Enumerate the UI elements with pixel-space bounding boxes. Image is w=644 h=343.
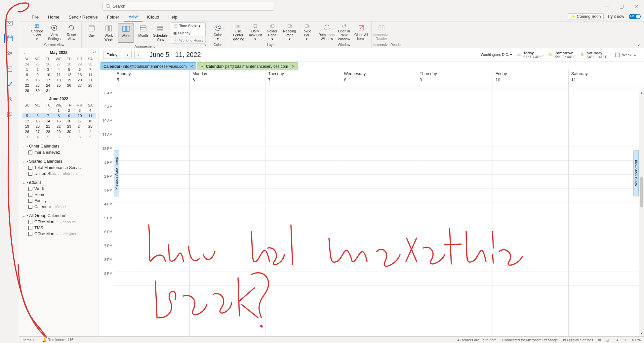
calendar-tab[interactable]: Calendar - info@totalmaintenanceservices… bbox=[101, 62, 196, 70]
nav-people[interactable] bbox=[5, 49, 14, 58]
day-header[interactable]: Wednesday8 bbox=[341, 70, 417, 84]
prev-week-button[interactable]: ‹ bbox=[124, 51, 132, 59]
next-week-button[interactable]: › bbox=[134, 51, 142, 59]
day-column[interactable] bbox=[114, 91, 189, 336]
search-box[interactable]: Search bbox=[102, 2, 274, 11]
working-hours-button[interactable]: 🕔 Working Hours bbox=[171, 37, 206, 44]
close-all-items-button[interactable]: Close All Items bbox=[353, 23, 369, 42]
reading-pane-button[interactable]: Reading Pane ▾ bbox=[282, 23, 298, 42]
cal-group-header[interactable]: ⌄Other Calendars bbox=[22, 143, 95, 150]
mini-calendar[interactable]: June 2022SUMOTUWETHFRSA12345678910111213… bbox=[19, 95, 98, 141]
day-column[interactable] bbox=[493, 91, 568, 336]
calendar-list-item[interactable]: Office Man… - accounti… bbox=[22, 219, 95, 225]
calendar-list-item[interactable]: Home bbox=[22, 192, 95, 198]
day-header[interactable]: Monday6 bbox=[189, 70, 265, 84]
cal-group-header[interactable]: ⌄Shared Calendars bbox=[22, 158, 95, 165]
overlay-button[interactable]: ▦ Overlay bbox=[171, 30, 206, 36]
reminders-window-button[interactable]: Reminders Window bbox=[319, 23, 335, 42]
tab-home[interactable]: Home bbox=[43, 13, 64, 21]
svg-rect-34 bbox=[254, 24, 257, 27]
cal-group-header[interactable]: ⌄iCloud bbox=[22, 179, 95, 186]
view-normal-icon[interactable]: ▭ bbox=[598, 338, 601, 342]
maximize-button[interactable]: ▢ bbox=[617, 4, 626, 9]
reset-view-button[interactable]: Reset View bbox=[63, 23, 79, 42]
vertical-scrollbar[interactable]: ▲▼ bbox=[639, 91, 644, 336]
prev-month-button[interactable]: ‹ bbox=[22, 50, 26, 55]
time-scale-button[interactable]: 🕓 Time Scale ▾ bbox=[171, 22, 206, 29]
open-new-window-button[interactable]: Open in New Window bbox=[336, 23, 352, 42]
svg-point-26 bbox=[215, 25, 221, 31]
view-picker[interactable]: Week ⌄ bbox=[612, 51, 639, 59]
nav-calendar[interactable] bbox=[4, 34, 14, 43]
zoom-slider[interactable]: ─●── + bbox=[614, 338, 627, 342]
weather-location[interactable]: Washington, D.C. ▾ bbox=[481, 53, 512, 57]
svg-rect-58 bbox=[10, 112, 12, 114]
nav-groups[interactable] bbox=[5, 95, 14, 104]
folder-pane-button[interactable]: Folder Pane ▾ bbox=[264, 23, 280, 42]
close-tab-icon[interactable]: ✕ bbox=[190, 64, 193, 69]
arrangement-dialog-launcher[interactable]: ↘ bbox=[204, 44, 207, 47]
calendar-list-item[interactable]: Family bbox=[22, 198, 95, 204]
change-view-button[interactable]: Change View ▾ bbox=[29, 23, 45, 42]
try-it-now-toggle[interactable]: On bbox=[629, 14, 641, 19]
ribbon-collapse-button[interactable]: ⌄ bbox=[637, 41, 641, 47]
view-settings-button[interactable]: View Settings bbox=[46, 23, 62, 42]
all-day-row[interactable] bbox=[99, 84, 644, 91]
zoom-value: 100% bbox=[631, 338, 641, 342]
day-header[interactable]: Thursday9 bbox=[417, 70, 493, 84]
close-button[interactable]: ✕ bbox=[632, 4, 641, 9]
calendar-tab[interactable]: →Calendar - psr@totalmaintenanceservices… bbox=[197, 62, 298, 70]
status-reminders[interactable]: 🔔 Reminders: 146 bbox=[42, 338, 73, 342]
cal-group-header[interactable]: ⌄All Group Calendars bbox=[22, 212, 95, 219]
status-bar: Items: 0 🔔 Reminders: 146 All folders ar… bbox=[0, 336, 644, 343]
calendar-list-item[interactable]: TMS bbox=[22, 225, 95, 231]
day-button[interactable]: Day bbox=[84, 23, 100, 43]
status-display-settings[interactable]: 🖥 Display Settings bbox=[562, 338, 593, 342]
day-header[interactable]: Sunday5 bbox=[114, 70, 189, 84]
sidebar-collapse-button[interactable]: ‹ bbox=[95, 50, 96, 54]
day-column[interactable] bbox=[417, 91, 493, 336]
color-button[interactable]: Color ▾ bbox=[210, 23, 226, 42]
today-button[interactable]: Today bbox=[103, 51, 121, 59]
tab-send-receive[interactable]: Send / Receive bbox=[64, 13, 102, 21]
view-reading-icon[interactable]: ▤ bbox=[606, 338, 609, 342]
calendar-list-item[interactable]: Work bbox=[22, 186, 95, 192]
tab-icloud[interactable]: iCloud bbox=[142, 13, 164, 21]
calendar-list-item[interactable]: maria estevez bbox=[22, 150, 95, 155]
week-button[interactable]: Week bbox=[118, 23, 134, 43]
mini-calendar[interactable]: ‹May 2022›SUMOTUWETHFRSA2425262728293012… bbox=[19, 48, 98, 95]
tab-file[interactable]: File bbox=[27, 13, 43, 21]
calendar-list-item[interactable]: Office Man… - info@tot… bbox=[22, 231, 95, 237]
day-column[interactable] bbox=[341, 91, 417, 336]
tab-folder[interactable]: Folder bbox=[102, 13, 124, 21]
previous-appointment-handle[interactable]: Previous Appointment bbox=[114, 150, 119, 196]
weather-tomorrow: ⛅Tomorrow59° F / 44° F bbox=[548, 51, 576, 59]
tab-view[interactable]: View bbox=[124, 13, 142, 21]
weather-saturday: 🌤️Saturday54° F / 41° F bbox=[580, 51, 607, 59]
next-appointment-handle[interactable]: Next Appointment bbox=[633, 150, 639, 196]
work-week-button[interactable]: Work Week bbox=[101, 23, 117, 43]
nav-mail[interactable] bbox=[5, 19, 14, 28]
coming-soon-button[interactable]: ✨ Coming Soon bbox=[568, 13, 604, 20]
month-button[interactable]: Month bbox=[135, 23, 151, 43]
immersive-reader-button[interactable]: Immersive Reader bbox=[374, 23, 389, 42]
day-header[interactable]: Tuesday7 bbox=[265, 70, 341, 84]
calendar-list-item[interactable]: Calendar - iCloud bbox=[22, 204, 95, 210]
tighter-spacing-button[interactable]: Use Tighter Spacing bbox=[230, 23, 246, 42]
day-header[interactable]: Friday10 bbox=[493, 70, 568, 84]
nav-more-apps[interactable] bbox=[5, 110, 14, 119]
close-tab-icon[interactable]: ✕ bbox=[292, 64, 295, 69]
day-column[interactable] bbox=[568, 91, 644, 336]
tab-help[interactable]: Help bbox=[164, 13, 182, 21]
minimize-button[interactable]: — bbox=[602, 4, 611, 9]
day-column[interactable] bbox=[189, 91, 265, 336]
nav-todo[interactable] bbox=[5, 79, 14, 89]
calendar-list-item[interactable]: Total Maintenance Servi… bbox=[22, 165, 95, 171]
schedule-view-button[interactable]: Schedule View bbox=[152, 23, 168, 43]
calendar-list-item[interactable]: United Stat… - alec.jaslo… bbox=[22, 171, 95, 177]
day-header[interactable]: Saturday11 bbox=[568, 70, 644, 84]
day-column[interactable] bbox=[265, 91, 341, 336]
todo-bar-button[interactable]: To-Do Bar ▾ bbox=[299, 23, 315, 42]
daily-task-list-button[interactable]: Daily Task List ▾ bbox=[247, 23, 263, 42]
nav-tasks[interactable] bbox=[5, 64, 14, 73]
